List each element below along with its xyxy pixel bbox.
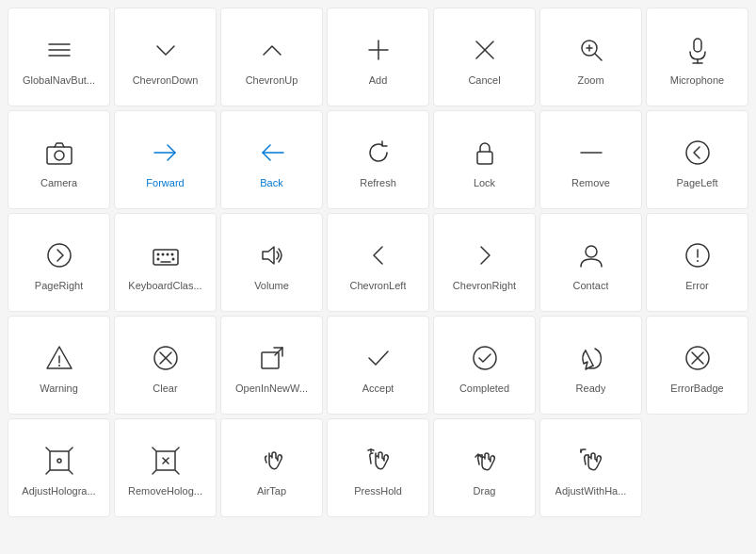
- icon-cell-chevron-up[interactable]: ChevronUp: [220, 8, 323, 106]
- keyboard-icon: [147, 236, 185, 274]
- icon-cell-lock[interactable]: Lock: [433, 110, 536, 209]
- adjust-hologram-icon: [40, 442, 78, 480]
- svg-point-43: [474, 347, 496, 369]
- icon-cell-clear[interactable]: Clear: [114, 316, 217, 415]
- icon-label: ChevronRight: [453, 280, 516, 291]
- icon-label: PageLeft: [676, 177, 717, 188]
- icon-label: AdjustWithHa...: [555, 485, 627, 497]
- icon-label: Cancel: [468, 74, 500, 86]
- drag-icon: [466, 442, 504, 480]
- icon-cell-refresh[interactable]: Refresh: [327, 110, 429, 209]
- icon-label: OpenInNewW...: [235, 383, 308, 394]
- volume-icon: [253, 236, 291, 274]
- completed-icon: [466, 339, 504, 377]
- icon-cell-press-hold[interactable]: PressHold: [327, 418, 429, 517]
- icon-cell-remove[interactable]: Remove: [539, 110, 642, 209]
- svg-marker-30: [263, 247, 274, 264]
- icon-cell-ready[interactable]: Ready: [539, 316, 642, 415]
- chevron-up-icon: [253, 31, 291, 69]
- svg-line-54: [153, 448, 156, 451]
- icon-cell-accept[interactable]: Accept: [327, 316, 429, 415]
- icon-cell-remove-hologram[interactable]: RemoveHolog...: [114, 418, 217, 517]
- icon-cell-air-tap[interactable]: AirTap: [220, 418, 323, 517]
- error-icon: [679, 236, 716, 274]
- icon-cell-camera[interactable]: Camera: [8, 110, 110, 209]
- icon-cell-cancel[interactable]: Cancel: [433, 8, 536, 106]
- svg-point-31: [586, 246, 597, 257]
- svg-line-56: [153, 470, 156, 474]
- icon-label: AirTap: [257, 485, 286, 497]
- global-nav-button-icon: [40, 31, 78, 69]
- icon-cell-forward[interactable]: Forward: [114, 110, 217, 209]
- contact-icon: [572, 236, 610, 274]
- remove-hologram-icon: [147, 442, 185, 480]
- icon-cell-drag[interactable]: Drag: [433, 418, 536, 517]
- icon-label: ChevronUp: [246, 74, 298, 86]
- icon-label: AdjustHologra...: [22, 485, 95, 497]
- svg-point-15: [55, 151, 64, 160]
- icon-cell-add[interactable]: Add: [327, 8, 429, 106]
- icon-cell-back[interactable]: Back: [220, 110, 323, 209]
- lock-icon: [466, 134, 504, 171]
- icon-label: Microphone: [670, 74, 724, 86]
- icon-cell-warning[interactable]: Warning: [8, 316, 110, 415]
- warning-icon: [40, 339, 78, 377]
- icon-label: ErrorBadge: [670, 383, 723, 394]
- icon-cell-contact[interactable]: Contact: [539, 213, 642, 312]
- icon-label: PageRight: [35, 280, 83, 291]
- svg-point-34: [697, 260, 699, 262]
- accept-icon: [360, 339, 397, 377]
- svg-line-48: [46, 448, 50, 451]
- remove-icon: [572, 134, 610, 171]
- icon-cell-microphone[interactable]: Microphone: [646, 8, 748, 106]
- chevron-right-icon: [466, 236, 504, 274]
- svg-point-20: [686, 141, 709, 164]
- icon-cell-chevron-left[interactable]: ChevronLeft: [327, 213, 429, 312]
- icon-label: Completed: [459, 383, 509, 394]
- icon-label: Ready: [576, 383, 606, 394]
- icon-grid: GlobalNavBut... ChevronDown ChevronUp Ad…: [0, 0, 756, 525]
- svg-rect-11: [694, 39, 701, 52]
- icon-cell-adjust-hologram[interactable]: AdjustHologra...: [8, 418, 110, 517]
- icon-cell-error[interactable]: Error: [646, 213, 748, 312]
- icon-cell-page-left[interactable]: PageLeft: [646, 110, 748, 209]
- icon-cell-volume[interactable]: Volume: [220, 213, 323, 312]
- icon-label: Add: [369, 74, 388, 86]
- chevron-left-icon: [360, 236, 397, 274]
- icon-cell-keyboard[interactable]: KeyboardClas...: [114, 213, 217, 312]
- icon-label: Refresh: [360, 177, 396, 188]
- icon-label: Back: [260, 177, 282, 188]
- icon-label: Contact: [573, 280, 609, 291]
- icon-label: Volume: [254, 280, 289, 291]
- forward-icon: [147, 134, 185, 171]
- icon-cell-adjust-with-hand[interactable]: AdjustWithHa...: [539, 418, 642, 517]
- svg-line-55: [175, 448, 179, 451]
- press-hold-icon: [360, 442, 397, 480]
- svg-rect-18: [477, 152, 492, 164]
- icon-label: PressHold: [354, 485, 402, 497]
- svg-line-50: [46, 470, 50, 474]
- icon-cell-chevron-down[interactable]: ChevronDown: [114, 8, 217, 106]
- clear-icon: [147, 339, 185, 377]
- icon-label: Clear: [153, 383, 177, 394]
- svg-line-51: [69, 470, 72, 474]
- svg-point-21: [48, 244, 71, 267]
- refresh-icon: [360, 134, 397, 171]
- icon-label: Camera: [40, 177, 77, 188]
- icon-label: ChevronLeft: [350, 280, 407, 291]
- icon-cell-chevron-right[interactable]: ChevronRight: [433, 213, 536, 312]
- icon-cell-completed[interactable]: Completed: [433, 316, 536, 415]
- icon-cell-global-nav-button[interactable]: GlobalNavBut...: [8, 8, 110, 106]
- icon-label: Drag: [474, 485, 496, 497]
- ready-icon: [572, 339, 610, 377]
- icon-label: Warning: [40, 383, 78, 394]
- chevron-down-icon: [147, 31, 185, 69]
- icon-label: Lock: [474, 177, 495, 188]
- icon-cell-zoom[interactable]: Zoom: [539, 8, 642, 106]
- icon-cell-error-badge[interactable]: ErrorBadge: [646, 316, 748, 415]
- icon-cell-open-in-new[interactable]: OpenInNewW...: [220, 316, 323, 415]
- icon-cell-page-right[interactable]: PageRight: [8, 213, 110, 312]
- icon-label: GlobalNavBut...: [23, 74, 95, 86]
- svg-line-8: [595, 54, 602, 60]
- microphone-icon: [679, 31, 716, 69]
